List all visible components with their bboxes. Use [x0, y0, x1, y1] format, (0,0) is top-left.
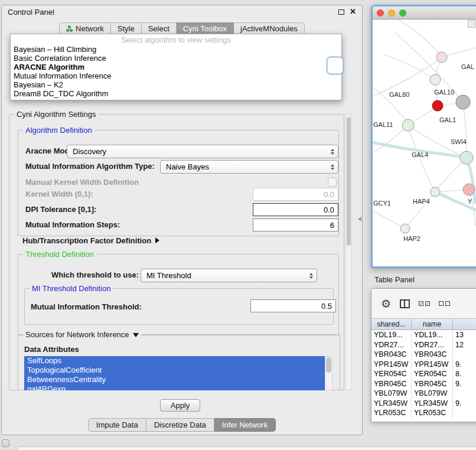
table-body: YDL19...YDL19...13YDR27...YDR27...12YBR0… — [371, 330, 476, 418]
columns-icon[interactable] — [400, 299, 410, 308]
aracne-mode-combobox[interactable]: Discovery — [67, 145, 338, 158]
algorithm-option-mutual-information-inference[interactable]: Mutual Information Inference — [11, 71, 341, 80]
network-canvas[interactable]: GALGAL80GAL10GAL11GAL1SWI4GAL4GCY1HAP4YH… — [373, 19, 476, 266]
algorithm-combobox-fragment[interactable] — [327, 57, 343, 74]
network-node[interactable] — [463, 184, 475, 195]
table-cell: 13 — [453, 330, 476, 340]
data-attributes-list[interactable]: SelfLoopsTopologicalCoefficientBetweenne… — [24, 356, 332, 390]
table-row[interactable]: YER054CYER054C8. — [371, 369, 476, 379]
algorithm-option-bayesian-hill-climbing[interactable]: Bayesian – Hill Climbing — [11, 45, 341, 54]
table-cell — [453, 389, 476, 399]
select-all-icon[interactable]: ✓ ✓ — [419, 301, 430, 306]
table-row[interactable]: YPR145WYPR145W9. — [371, 360, 476, 370]
settings-scrollbar[interactable] — [345, 114, 352, 390]
algorithm-definition-group: Algorithm Definition Aracne Mode: Discov… — [18, 130, 339, 236]
table-row[interactable]: YBL079WYBL079W — [371, 389, 476, 399]
network-graph: GALGAL80GAL10GAL11GAL1SWI4GAL4GCY1HAP4YH… — [373, 19, 476, 266]
network-node[interactable] — [402, 119, 414, 131]
sources-section-toggle[interactable]: Sources for Network Inference — [23, 330, 141, 339]
table-cell: YBR043C — [412, 350, 453, 360]
gear-icon[interactable]: ⚙ — [381, 298, 391, 309]
table-row[interactable]: YBR045CYBR045C9. — [371, 379, 476, 389]
table-cell: YBR045C — [412, 379, 453, 389]
close-icon[interactable]: ✕ — [350, 8, 356, 15]
table-cell: YDL19... — [371, 330, 412, 340]
algorithm-dropdown-placeholder: Select algorithm to view settings — [11, 35, 341, 45]
bottom-tabs: Impute DataDiscretize DataInfer Network — [2, 418, 362, 432]
tab-style[interactable]: Style — [111, 22, 142, 35]
attribute-item-gal4rgexp[interactable]: gal4RGexp — [24, 384, 325, 390]
mi-algorithm-type-combobox[interactable]: Naive Bayes — [160, 160, 338, 174]
combo-arrows-icon — [331, 149, 334, 155]
algorithm-option-bayesian-k2[interactable]: Bayesian – K2 — [11, 80, 341, 89]
float-window-icon[interactable] — [338, 9, 344, 15]
table-cell: YDR27... — [412, 340, 453, 350]
algorithm-option-dream8-dc-tdc-algorithm[interactable]: Dream8 DC_TDC Algorithm — [11, 89, 341, 98]
tab-jactivemnodules[interactable]: jActiveMNodules — [234, 22, 305, 35]
mi-steps-label: Mutual Information Steps: — [25, 220, 120, 229]
network-node[interactable] — [431, 187, 440, 197]
network-node[interactable] — [430, 74, 441, 85]
sources-group: Sources for Network Inference Data Attri… — [18, 334, 340, 390]
bottom-tab-infer-network[interactable]: Infer Network — [214, 418, 276, 432]
mi-threshold-field[interactable] — [250, 299, 336, 312]
data-attributes-items: SelfLoopsTopologicalCoefficientBetweenne… — [24, 356, 325, 390]
mi-algorithm-type-label: Mutual Information Algorithm Type: — [25, 162, 155, 171]
table-row[interactable]: YBR043CYBR043C — [371, 350, 476, 360]
tab-label: Network — [76, 24, 104, 33]
network-node[interactable] — [400, 224, 410, 233]
close-traffic-icon[interactable] — [377, 9, 384, 17]
dpi-tolerance-field[interactable] — [253, 203, 338, 216]
table-column-header[interactable] — [453, 319, 476, 330]
network-window-titlebar — [373, 6, 476, 19]
hub-section-label: Hub/Transcription Factor Definition — [22, 236, 151, 245]
table-row[interactable]: YDL19...YDL19...13 — [371, 330, 476, 340]
network-scrollbar-stub[interactable] — [468, 20, 475, 28]
zoom-traffic-icon[interactable] — [399, 9, 406, 17]
network-node[interactable] — [432, 100, 443, 111]
unchecked-box-icon — [439, 301, 444, 306]
bottom-tab-impute-data[interactable]: Impute Data — [88, 418, 146, 432]
algorithm-option-aracne-algorithm[interactable]: ARACNE Algorithm — [11, 63, 341, 71]
cyni-settings-title: Cyni Algorithm Settings — [14, 110, 98, 119]
attribute-item-selfloops[interactable]: SelfLoops — [24, 356, 325, 366]
algorithm-option-basic-correlation-inference[interactable]: Basic Correlation Inference — [11, 54, 341, 63]
attributes-scrollbar-thumb[interactable] — [326, 357, 331, 373]
sources-section-label: Sources for Network Inference — [25, 330, 129, 339]
hub-section-toggle[interactable]: Hub/Transcription Factor Definition — [22, 236, 159, 245]
table-cell: YPR145W — [412, 360, 453, 370]
network-node[interactable] — [456, 95, 470, 109]
table-cell: 9. — [453, 379, 476, 389]
which-threshold-value: MI Threshold — [146, 271, 191, 280]
splitter-collapse-icon[interactable] — [358, 217, 361, 221]
tab-cyni-toolbox[interactable]: Cyni Toolbox — [177, 22, 234, 35]
settings-scrollbar-thumb[interactable] — [347, 117, 351, 246]
hidden-panel-icon[interactable] — [2, 439, 9, 447]
deselect-all-icon[interactable] — [439, 301, 450, 306]
mi-steps-field[interactable] — [253, 219, 338, 231]
table-row[interactable]: YDR27...YDR27...12 — [371, 340, 476, 350]
tab-select[interactable]: Select — [142, 22, 177, 35]
tab-network[interactable]: Network — [59, 22, 111, 35]
manual-kernel-checkbox[interactable] — [328, 178, 337, 187]
network-tab-icon — [66, 25, 73, 32]
table-column-header-shared[interactable]: shared... — [371, 319, 412, 330]
checked-box-icon: ✓ — [425, 301, 430, 306]
attributes-scrollbar[interactable] — [325, 356, 332, 390]
attribute-item-betweennesscentrality[interactable]: BetweennessCentrality — [24, 375, 325, 384]
table-row[interactable]: YLR345WYLR345W9. — [371, 399, 476, 409]
apply-button[interactable]: Apply — [160, 399, 200, 412]
network-node[interactable] — [436, 52, 447, 63]
table-row[interactable]: YLR053CYLR053C — [371, 408, 476, 418]
minimize-traffic-icon[interactable] — [388, 9, 395, 17]
table-cell: 9. — [453, 399, 476, 409]
network-node[interactable] — [460, 151, 473, 164]
attribute-item-topologicalcoefficient[interactable]: TopologicalCoefficient — [24, 366, 325, 375]
table-cell: YER054C — [371, 369, 412, 379]
table-cell: YBL079W — [412, 389, 453, 399]
which-threshold-combobox[interactable]: MI Threshold — [141, 269, 317, 282]
kernel-width-field[interactable] — [253, 188, 338, 201]
table-column-header-name[interactable]: name — [412, 319, 453, 330]
bottom-tab-discretize-data[interactable]: Discretize Data — [146, 418, 214, 432]
table-toolbar: ⚙ ✓ ✓ — [371, 289, 476, 318]
